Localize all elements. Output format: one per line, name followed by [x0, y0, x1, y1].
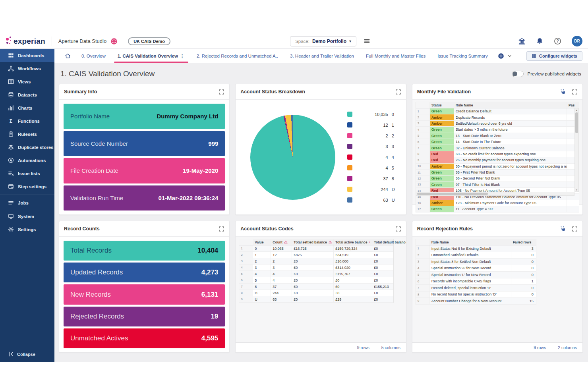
column-header-status[interactable]: Status [430, 102, 454, 108]
sidebar-item-label: System [18, 214, 34, 219]
sidebar-item[interactable]: Workflows [0, 62, 54, 75]
status-cell: Amber [430, 164, 454, 169]
table-row[interactable]: 1 Input Status Not 8 for Existing Defaul… [416, 245, 536, 252]
table-row[interactable]: 2 Unmatched Satisfied Defaults 0 [416, 252, 536, 259]
table-row[interactable]: 4 3 3 £0 £314,020 £0 [239, 265, 393, 271]
table-row[interactable]: 17 Green 11 - Account Type = '00' [416, 206, 579, 212]
table-row[interactable]: 11 Green 55 - First Filler Not Blank [416, 170, 579, 176]
dashboard-tab[interactable]: 3. Header and Trailer Validation ⋮ [284, 49, 360, 63]
sidebar-item[interactable]: Automations [0, 154, 54, 167]
column-header-passed[interactable]: Pas [567, 102, 579, 108]
table-row[interactable]: 7 8 37 £0 £0 £155,213 [239, 284, 393, 290]
column-header-default-balance[interactable]: Total default balance [372, 239, 406, 245]
legend-code: 0 [392, 112, 398, 117]
sidebar-item[interactable]: System [0, 210, 54, 223]
table-row[interactable]: 7 Record deleted, special instruction 'D… [416, 285, 536, 292]
table-row[interactable]: 6 Records with incompatible CAIS flags 1 [416, 278, 536, 285]
dashboard-tab[interactable]: 1. CAIS Validation Overview ⋮ [112, 49, 191, 63]
sidebar-item[interactable]: Jobs [0, 195, 54, 210]
sidebar-item[interactable]: Duplicate stores [0, 141, 54, 154]
chevron-down-icon[interactable] [507, 54, 512, 58]
sidebar-item[interactable]: Σ Functions [0, 114, 54, 127]
table-row[interactable]: 1 Green Credit Balance Default [416, 108, 579, 114]
table-row[interactable]: 7 Green 32 - Unknown Current Balance [416, 145, 579, 151]
table-row[interactable]: 6 5 4 £0 £0 £0 [239, 277, 393, 284]
table-row[interactable]: 1 0 10,035 £16,725 £159,729,324 £0 [239, 245, 393, 252]
table-row[interactable]: 3 Input Status 8 for Settled Non-Default… [416, 259, 536, 265]
table-row[interactable]: 5 Special Instruction 'L' for New Record… [416, 272, 536, 278]
click-interaction-icon[interactable] [560, 89, 566, 95]
table-row[interactable]: 9 Account Number Change for a New Accoun… [416, 298, 536, 305]
sidebar-item[interactable]: Datasets [0, 88, 54, 101]
bank-icon[interactable] [518, 37, 526, 45]
table-row[interactable]: 10 Amber 30 - Repayment period is not ze… [416, 164, 579, 170]
widget-record-rejection-rules: Record Rejection Rules Rule Name Failed [412, 221, 583, 353]
table-row[interactable]: 16 Amber 123 - Minimum Payment Code for … [416, 200, 579, 206]
table-row[interactable]: 8 No record found for special instructio… [416, 292, 536, 298]
column-header-rule-name[interactable]: Rule Name [454, 102, 567, 108]
dashboard-tab[interactable]: Full Monthly and Master Files ⋮ [360, 49, 431, 63]
column-header-failed-rows[interactable]: Failed rows [511, 239, 535, 245]
sidebar-item[interactable]: Issue lists [0, 167, 54, 180]
row-number: 6 [416, 139, 430, 145]
user-avatar[interactable]: DR [572, 36, 582, 46]
expand-icon[interactable] [219, 226, 224, 232]
page-title: 1. CAIS Validation Overview [60, 70, 155, 78]
sidebar-item-label: Workflows [18, 66, 41, 71]
sidebar-item[interactable]: Views [0, 75, 54, 88]
expand-icon[interactable] [219, 89, 224, 95]
expand-icon[interactable] [395, 89, 401, 95]
column-header-active-balance[interactable]: Total active balance [334, 239, 372, 245]
table-row[interactable]: 9 U 63 £0 £29 £0 [239, 296, 393, 303]
vertical-scrollbar[interactable]: ▲▼ [574, 108, 579, 192]
menu-icon[interactable] [364, 38, 370, 44]
horizontal-scrollbar[interactable] [416, 192, 574, 196]
info-bar-value: Dummy Company Ltd [157, 113, 218, 120]
dashboard-tab[interactable]: Issue Tracking Summary ⋮ [431, 49, 494, 63]
help-icon[interactable]: ? [554, 37, 561, 45]
table-row[interactable]: 2 Amber Duplicate Records [416, 114, 579, 120]
table-row[interactable]: 6 Green 14 - Start Date In The Future [416, 139, 579, 145]
sidebar-collapse-button[interactable]: Collapse [0, 347, 54, 362]
configure-widgets-button[interactable]: Configure widgets [526, 51, 582, 61]
dashboard-tab[interactable]: 0. Overview ⋮ [75, 49, 112, 63]
add-dashboard-icon[interactable] [498, 53, 504, 59]
table-row[interactable]: 2 1 12 £875 £34,519 £0 [239, 252, 393, 258]
table-header-row: Rule Name Failed rows [416, 239, 536, 245]
sidebar-item[interactable]: Dashboards [0, 49, 54, 62]
widget-account-status-breakdown: Account Status Breakdown [235, 84, 406, 215]
column-header-value[interactable]: Value [253, 239, 271, 245]
dashboard-tab[interactable]: 2. Rejected Records and Unmatched A.. ⋮ [191, 49, 284, 63]
column-header-count[interactable]: Count [271, 239, 292, 245]
kebab-menu-icon[interactable]: ⋮ [180, 53, 185, 59]
rule-name-cell: Records with incompatible CAIS flags [430, 278, 511, 285]
table-row[interactable]: 5 Green 13 - Start Date Blank or Zero [416, 133, 579, 139]
table-row[interactable]: 4 Special Instruction 'A' for New Record… [416, 265, 536, 272]
column-header-rule-name[interactable]: Rule Name [430, 239, 511, 245]
expand-icon[interactable] [395, 226, 401, 232]
table-row[interactable]: 3 2 2 £0 £10,000 £0 [239, 258, 393, 265]
expand-icon[interactable] [572, 226, 578, 232]
table-row[interactable]: 8 Red 68 - No credit limit for account t… [416, 151, 579, 157]
widget-title: Summary Info [64, 89, 213, 95]
table-row[interactable]: 13 Green 97 - Third Filler Is Not Blank [416, 182, 579, 188]
rule-name-cell: 30 - Repayment period is not zero for ac… [454, 164, 567, 169]
expand-icon[interactable] [572, 89, 578, 95]
sidebar-item[interactable]: Charts [0, 101, 54, 114]
sidebar-item[interactable]: Step settings [0, 180, 54, 193]
column-header-settled-balance[interactable]: Total settled balance [292, 239, 334, 245]
table-row[interactable]: 9 Red 26 - No monthly payment for accoun… [416, 157, 579, 163]
table-row[interactable]: 3 Amber Settled/default record over 6 yr… [416, 121, 579, 127]
home-icon[interactable] [60, 49, 75, 63]
bell-icon[interactable] [536, 37, 544, 45]
sidebar-item[interactable]: Settings [0, 223, 54, 236]
space-selector[interactable]: Space: Demo Portfolio ▾ [290, 36, 356, 46]
table-row[interactable]: 8 D 244 £0 £0 £0 [239, 290, 393, 296]
table-row[interactable]: 4 Green Start dates > 3 mths in the futu… [416, 127, 579, 133]
click-interaction-icon[interactable] [560, 226, 566, 232]
sidebar-item[interactable]: Rulesets [0, 127, 54, 141]
table-row[interactable]: 5 4 4 £0 £115,767 £0 [239, 271, 393, 277]
table-row[interactable]: 12 Green 56 - Second Filler Not Blank [416, 176, 579, 182]
preview-toggle[interactable] [512, 71, 524, 77]
row-number: 9 [239, 296, 253, 302]
